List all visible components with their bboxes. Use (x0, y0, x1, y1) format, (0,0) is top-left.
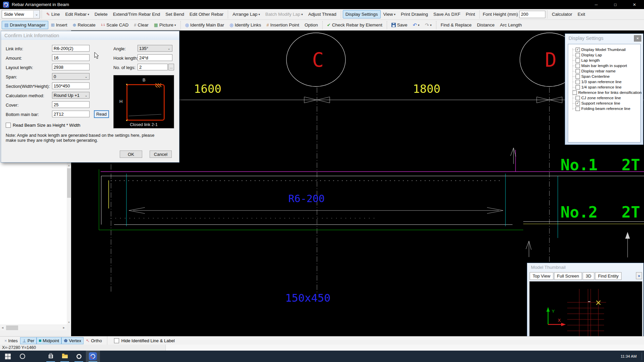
expand-panel-button[interactable]: » (636, 272, 642, 279)
hook-length-field[interactable] (138, 54, 172, 61)
checkbox-icon[interactable] (576, 80, 580, 84)
picture-button[interactable]: ▦Picture▾ (151, 21, 179, 29)
display-setting-item[interactable]: 1/4 span reference line (573, 84, 640, 90)
display-setting-item[interactable]: ✓Support reference line (573, 101, 640, 106)
read-beam-size-checkbox[interactable]: Read Beam Size as Height * Width (6, 123, 80, 128)
task-view-taskbar-button[interactable] (30, 351, 44, 362)
start-taskbar-button[interactable] (0, 351, 15, 362)
save-as-dxf-button[interactable]: Save As DXF (431, 10, 463, 18)
close-icon[interactable]: ✕ (625, 0, 644, 9)
checkbox-icon[interactable] (576, 107, 580, 111)
undo-icon-button[interactable]: ↶▾ (410, 21, 422, 29)
checkbox-icon[interactable] (576, 85, 580, 89)
cancel-button[interactable]: Cancel (150, 150, 172, 158)
relocate-button[interactable]: ⊕Relocate (70, 21, 98, 29)
display-setting-item[interactable]: Reference line for links densification (573, 90, 640, 95)
checkbox-icon[interactable] (576, 69, 580, 73)
hide-identified-checkbox[interactable]: Hide Identified Line & Label (114, 338, 175, 343)
drawing-manager-button[interactable]: ▤Drawing Manager (2, 21, 48, 29)
display-setting-item[interactable]: Folding beam reference line (573, 106, 640, 111)
display-setting-item[interactable]: 1/3 span reference line (573, 79, 640, 84)
amount-field[interactable] (52, 54, 90, 61)
save-button[interactable]: Save (389, 21, 410, 29)
top-view-button[interactable]: Top View (530, 272, 553, 280)
scale-cad-button[interactable]: 1:1Scale CAD (98, 21, 131, 29)
view-button[interactable]: View▾ (381, 10, 398, 18)
display-setting-item[interactable]: CJ zone reference line (573, 95, 640, 101)
scroll-right-icon[interactable]: ▶ (62, 325, 66, 330)
check-rebar-by-element-button[interactable]: ✔Check Rebar by Element (324, 21, 385, 29)
span-select[interactable]: 0⌄ (52, 73, 90, 80)
set-bend-button[interactable]: Set Bend (163, 10, 187, 18)
3d-button[interactable]: 3D (583, 272, 594, 280)
scroll-down-icon[interactable]: ▼ (67, 320, 71, 324)
checkbox-icon[interactable]: ✓ (576, 48, 580, 52)
rebar-app-taskbar-button[interactable] (86, 351, 100, 362)
checkbox-icon[interactable] (573, 90, 577, 95)
search-taskbar-button[interactable] (15, 351, 30, 362)
arrange-lap-button[interactable]: Arrange Lap▾ (230, 10, 263, 18)
angle-select[interactable]: 135°⌄ (138, 45, 172, 52)
insertion-point-button[interactable]: #Insertion Point (264, 21, 302, 29)
full-screen-button[interactable]: Full Screen (554, 272, 582, 280)
display-setting-item[interactable]: Main bar length in support (573, 63, 640, 68)
edit-other-rebar-button[interactable]: Edit Other Rebar (187, 10, 226, 18)
identify-main-bar-button[interactable]: ◎Identify Main Bar (182, 21, 227, 29)
display-setting-item[interactable]: Display rebar name (573, 68, 640, 74)
checkbox-icon[interactable] (6, 123, 11, 128)
file-explorer-taskbar-button[interactable] (58, 351, 72, 362)
view-mode-select[interactable]: Side View⌄ (2, 10, 40, 18)
thumbnail-viewport[interactable]: Y X (529, 281, 642, 343)
intes-snap-button[interactable]: ×Intes (2, 337, 20, 344)
display-setting-item[interactable]: ✓Display Model Thumbnail (573, 47, 640, 52)
checkbox-icon[interactable] (576, 74, 580, 79)
find-entity-button[interactable]: Find Entity (595, 272, 622, 280)
display-setting-item[interactable]: Display Lap (573, 52, 640, 58)
layout-length-field[interactable] (52, 64, 90, 70)
ortho-snap-button[interactable]: ↖Ortho (84, 337, 104, 344)
distance-button[interactable]: Distance (474, 21, 497, 29)
ok-button[interactable]: OK (120, 150, 142, 158)
identify-links-button[interactable]: ◎Identify Links (227, 21, 264, 29)
display-setting-item[interactable]: Span Centerline (573, 74, 640, 79)
font-height-input[interactable] (519, 11, 545, 18)
read-button[interactable]: Read (94, 110, 109, 118)
vertical-scroll-thumb[interactable] (67, 168, 71, 198)
delete-button[interactable]: Delete (92, 10, 110, 18)
taskbar-clock[interactable]: 11:34 AM (621, 351, 637, 362)
clear-button[interactable]: #Clear (131, 21, 151, 29)
checkbox-icon[interactable] (576, 64, 580, 68)
scroll-left-icon[interactable]: ◀ (0, 325, 5, 330)
store-taskbar-button[interactable] (44, 351, 58, 362)
checkbox-icon[interactable] (576, 96, 580, 100)
panel-horizontal-scrollbar[interactable]: ◀ ▶ (0, 325, 67, 330)
scroll-up-icon[interactable]: ▲ (67, 163, 71, 168)
edit-rebar-button[interactable]: Edit Rebar▾ (62, 10, 92, 18)
find-replace-button[interactable]: Find & Replace (438, 21, 474, 29)
vertex-snap-button[interactable]: Vertex (61, 337, 84, 344)
link-info-field[interactable] (52, 45, 90, 52)
midpoint-snap-button[interactable]: Midpoint (37, 337, 61, 344)
no-of-legs-field[interactable] (138, 64, 168, 70)
extend-trim-rebar-end-button[interactable]: Extend/Trim Rebar End (110, 10, 163, 18)
cover-field[interactable] (52, 101, 90, 108)
checkbox-icon[interactable] (576, 53, 580, 57)
checkbox-icon[interactable] (576, 58, 580, 63)
arc-length-button[interactable]: Arc Length (497, 21, 525, 29)
adjust-thread-button[interactable]: Adjust Thread (306, 10, 339, 18)
minimize-icon[interactable]: ─ (587, 0, 606, 9)
per-snap-button[interactable]: ⊥Per (20, 337, 37, 344)
line-button[interactable]: ✎Line (44, 10, 62, 18)
show-desktop-button[interactable] (642, 353, 642, 360)
checkbox-icon[interactable] (114, 338, 119, 343)
horizontal-scroll-thumb[interactable] (6, 325, 18, 330)
option-button[interactable]: Option (302, 21, 321, 29)
section-width-height-field[interactable] (52, 82, 90, 89)
print-button[interactable]: Print (463, 10, 478, 18)
more-options-button[interactable]: ... (168, 64, 174, 70)
bottom-main-bar-field[interactable] (52, 111, 90, 117)
maximize-icon[interactable]: □ (606, 0, 625, 9)
close-icon[interactable] (634, 35, 641, 42)
obs-taskbar-button[interactable] (72, 351, 86, 362)
display-setting-item[interactable]: Lap length (573, 58, 640, 63)
